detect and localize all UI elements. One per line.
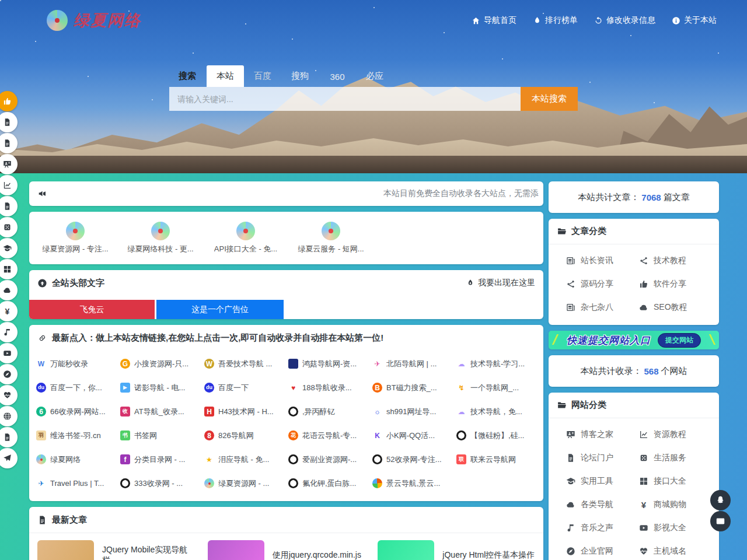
site-category-接口大全[interactable]: 接口大全 (639, 470, 712, 493)
article-category-软件分享[interactable]: 软件分享 (639, 272, 712, 296)
dock-like-button[interactable] (0, 91, 18, 111)
nav-home[interactable]: 导航首页 (472, 15, 516, 26)
site-link[interactable]: 666收录网-网站... (34, 400, 118, 424)
submit-site-banner[interactable]: 快速提交网站入口 提交网站 (549, 331, 719, 349)
dock-play-button[interactable] (0, 343, 18, 363)
search-tab-本站[interactable]: 本站 (207, 65, 244, 87)
site-link[interactable]: W万能秒收录 (34, 352, 118, 376)
search-button[interactable]: 本站搜索 (521, 87, 578, 111)
site-link[interactable]: 鸿菇导航网-资... (286, 352, 370, 376)
article-category-站长资讯[interactable]: 站长资讯 (566, 249, 639, 272)
site-link[interactable]: ☁技术导航，免... (454, 400, 538, 424)
site-category-实用工具[interactable]: 实用工具 (566, 470, 639, 493)
site-link-title: 爱副业资源网-... (302, 454, 357, 465)
site-link[interactable]: 8826导航网 (202, 424, 286, 447)
dock-heartbeat-button[interactable] (0, 385, 18, 405)
site-category-论坛门户[interactable]: 论坛门户 (566, 446, 639, 470)
dock-cap-button[interactable] (0, 238, 18, 258)
site-category-商城购物[interactable]: ¥商城购物 (639, 493, 712, 516)
site-link[interactable]: ▶诺影导航 - 电... (118, 376, 202, 400)
dock-yen-button[interactable]: ¥ (0, 301, 18, 321)
search-input[interactable] (169, 87, 521, 111)
ad-button[interactable]: 这是一个广告位 (156, 300, 284, 319)
site-link[interactable]: W吾爱技术导航 ... (202, 352, 286, 376)
site-link[interactable]: 花花语云导航-专... (286, 424, 370, 447)
site-link[interactable]: 52收录网-专注... (370, 447, 454, 471)
site-link[interactable]: 景云导航,景云... (370, 471, 454, 495)
site-link[interactable]: du百度一下，你... (34, 376, 118, 400)
site-link[interactable]: ↯一个导航网_... (454, 376, 538, 400)
site-category-音乐之声[interactable]: 音乐之声 (566, 516, 639, 540)
dock-plane-button[interactable] (0, 448, 18, 468)
site-logo[interactable]: 绿夏网络 (47, 10, 141, 31)
category-label: 接口大全 (654, 476, 686, 487)
site-link[interactable]: ☁技术导航-学习... (454, 352, 538, 376)
site-link[interactable]: G小搜资源网-只... (118, 352, 202, 376)
dock-music-button[interactable] (0, 322, 18, 342)
dock-file-button[interactable] (0, 196, 18, 216)
site-category-主机域名[interactable]: 主机域名 (639, 540, 712, 560)
site-link[interactable]: ✈北陌导航网 | ... (370, 352, 454, 376)
dock-file-button[interactable] (0, 427, 18, 447)
site-link[interactable]: BBT磁力搜索_... (370, 376, 454, 400)
submit-site-button[interactable]: 提交网站 (658, 333, 701, 348)
site-link[interactable]: 绿夏网络 (34, 447, 118, 471)
featured-link[interactable]: 绿夏云服务 - 短网... (288, 222, 374, 254)
article-item[interactable]: 使用jquery.qrcode.min.js (208, 540, 365, 560)
floating-qq-button[interactable] (710, 490, 731, 510)
dock-file-button[interactable] (0, 133, 18, 153)
dock-globe-button[interactable] (0, 406, 18, 426)
featured-link[interactable]: 绿夏网络科技 - 更... (118, 222, 203, 254)
site-link[interactable]: ,异丙醇钇 (286, 400, 370, 424)
article-category-杂七杂八[interactable]: 杂七杂八 (566, 296, 639, 319)
site-link[interactable]: 绿夏资源网 - ... (202, 471, 286, 495)
site-category-生活服务[interactable]: 生活服务 (639, 446, 712, 470)
site-link[interactable]: ✈Travel Plus | T... (34, 471, 118, 495)
nav-refresh[interactable]: 修改收录信息 (594, 15, 655, 26)
dock-file-button[interactable] (0, 112, 18, 132)
article-category-SEO教程[interactable]: SEO教程 (639, 296, 712, 319)
featured-link[interactable]: 绿夏资源网 - 专注... (33, 222, 118, 254)
site-category-博客之家[interactable]: 博客之家 (566, 423, 639, 446)
nav-info[interactable]: 关于本站 (672, 15, 717, 26)
site-favicon (236, 222, 255, 240)
article-category-源码分享[interactable]: 源码分享 (566, 272, 639, 296)
site-link[interactable]: ☼sh991网址导... (370, 400, 454, 424)
search-tab-百度[interactable]: 百度 (244, 65, 281, 87)
site-link[interactable]: HH43技术网 - H... (202, 400, 286, 424)
site-link[interactable]: 联联来云导航网 (454, 447, 538, 471)
site-category-企业官网[interactable]: 企业官网 (566, 540, 639, 560)
dock-compass-button[interactable] (0, 364, 18, 384)
dock-chart-button[interactable] (0, 175, 18, 195)
dock-cloud-button[interactable] (0, 280, 18, 300)
site-link[interactable]: ♥188导航收录... (286, 376, 370, 400)
article-category-技术教程[interactable]: 技术教程 (639, 249, 712, 272)
dock-board-button[interactable] (0, 154, 18, 174)
dock-dice-button[interactable] (0, 217, 18, 237)
search-tab-搜狗[interactable]: 搜狗 (281, 65, 319, 87)
featured-link[interactable]: API接口大全 - 免... (203, 222, 288, 254)
site-link[interactable]: 羽维洛书签-羽.cn (34, 424, 118, 447)
ad-button[interactable]: 飞兔云 (29, 300, 155, 319)
site-category-各类导航[interactable]: 各类导航 (566, 493, 639, 516)
site-link[interactable]: 爱副业资源网-... (286, 447, 370, 471)
nav-fire[interactable]: 排行榜单 (533, 15, 578, 26)
search-tab-360[interactable]: 360 (319, 66, 356, 87)
site-link[interactable]: 333收录网 - ... (118, 471, 202, 495)
article-item[interactable]: JQuery Mobile实现导航栏 (37, 540, 195, 560)
site-link[interactable]: 收AT导航_收录... (118, 400, 202, 424)
site-link[interactable]: 书书签网 (118, 424, 202, 447)
floating-mail-button[interactable] (710, 511, 731, 531)
site-link[interactable]: K小K网-QQ活... (370, 424, 454, 447)
dock-grid-button[interactable] (0, 259, 18, 279)
site-category-影视大全[interactable]: 影视大全 (639, 516, 712, 540)
appear-here-link[interactable]: 我要出现在这里 (466, 278, 535, 288)
site-category-资源教程[interactable]: 资源教程 (639, 423, 712, 446)
site-link[interactable]: 氟化钾,蛋白胨... (286, 471, 370, 495)
article-item[interactable]: jQuery Html控件基本操作 (378, 540, 535, 560)
site-link[interactable]: ★泪应导航 - 免... (202, 447, 286, 471)
site-link[interactable]: du百度一下 (202, 376, 286, 400)
site-link[interactable]: 【微硅粉】,硅... (454, 424, 538, 447)
site-link[interactable]: f分类目录网 - ... (118, 447, 202, 471)
search-tab-必应[interactable]: 必应 (356, 65, 393, 87)
